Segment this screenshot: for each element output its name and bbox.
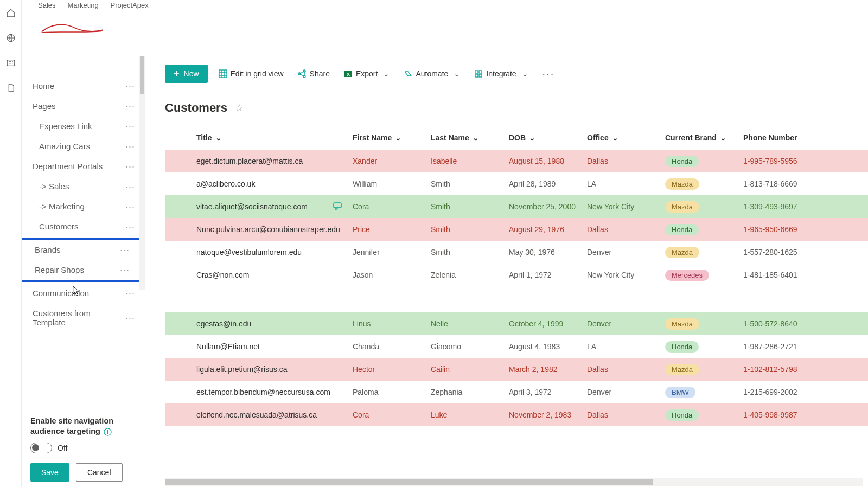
nav-scrollbar[interactable] — [139, 56, 145, 290]
nav-item-home[interactable]: Home··· — [22, 76, 145, 96]
cell-phone: 1-965-950-6669 — [743, 225, 808, 234]
plus-icon: + — [174, 68, 180, 80]
ellipsis-icon[interactable]: ··· — [125, 204, 135, 209]
cell-title: a@aclibero.co.uk — [196, 180, 353, 188]
ellipsis-icon[interactable]: ··· — [125, 224, 135, 229]
tab-marketing[interactable]: Marketing — [68, 1, 99, 9]
nav-item-department-portals[interactable]: Department Portals··· — [22, 156, 145, 176]
col-dob[interactable]: DOB⌄ — [509, 133, 587, 142]
nav-label: Amazing Cars — [39, 142, 90, 151]
ellipsis-icon[interactable]: ··· — [125, 104, 135, 109]
cell-office: Dallas — [587, 365, 665, 374]
table-row[interactable]: vitae.aliquet@sociisnatoque.comCoraSmith… — [165, 195, 868, 218]
cell-dob: March 2, 1982 — [509, 365, 587, 374]
ellipsis-icon[interactable]: ··· — [125, 291, 135, 296]
table-row[interactable]: eget.dictum.placerat@mattis.caXanderIsab… — [165, 150, 868, 172]
nav-item-dept-sales[interactable]: -> Sales··· — [22, 176, 145, 196]
ellipsis-icon[interactable]: ··· — [120, 247, 130, 253]
site-header: Sales Marketing ProjectApex — [22, 0, 868, 54]
cell-brand: Mazda — [665, 364, 743, 375]
svg-rect-13 — [479, 74, 482, 77]
svg-rect-4 — [219, 70, 227, 78]
nav-label: Communication — [33, 289, 89, 298]
nav-label: -> Marketing — [39, 202, 85, 211]
list-main: +New Edit in grid view Share X Export ⌄ … — [145, 54, 868, 487]
table-row[interactable]: Cras@non.comJasonZeleniaApril 1, 1972New… — [165, 264, 868, 286]
table-row[interactable]: ligula.elit.pretium@risus.caHectorCailin… — [165, 358, 868, 381]
files-icon[interactable] — [5, 82, 16, 93]
save-button[interactable]: Save — [30, 463, 69, 482]
more-commands-button[interactable]: ··· — [539, 68, 558, 80]
cell-office: LA — [587, 180, 665, 188]
nav-item-customers[interactable]: Customers··· — [22, 216, 145, 236]
ellipsis-icon[interactable]: ··· — [125, 84, 135, 89]
nav-item-brands[interactable]: Brands··· — [22, 240, 139, 260]
command-bar: +New Edit in grid view Share X Export ⌄ … — [145, 54, 868, 85]
horizontal-scrollbar[interactable] — [165, 478, 863, 486]
news-icon[interactable] — [5, 57, 16, 68]
nav-item-communication[interactable]: Communication··· — [22, 283, 145, 303]
nav-item-expenses[interactable]: Expenses Link··· — [22, 116, 145, 136]
automate-button[interactable]: Automate ⌄ — [400, 69, 463, 78]
col-current-brand[interactable]: Current Brand⌄ — [665, 133, 743, 142]
comment-icon[interactable] — [333, 202, 342, 212]
integrate-button[interactable]: Integrate ⌄ — [471, 69, 531, 78]
ellipsis-icon[interactable]: ··· — [125, 164, 135, 169]
nav-item-customers-from-template[interactable]: Customers from Template··· — [22, 303, 145, 332]
table-row[interactable]: natoque@vestibulumlorem.eduJenniferSmith… — [165, 241, 868, 264]
table-row[interactable]: Nullam@Etiam.netChandaGiacomoAugust 4, 1… — [165, 335, 868, 358]
svg-text:i: i — [107, 430, 108, 435]
col-title[interactable]: Title⌄ — [196, 133, 353, 142]
cell-last-name: Zephania — [431, 388, 509, 396]
nav-label: Repair Shops — [35, 265, 84, 274]
info-icon[interactable]: i — [104, 428, 112, 436]
table-row[interactable]: Nunc.pulvinar.arcu@conubianostraper.eduP… — [165, 218, 868, 241]
table-row[interactable]: a@aclibero.co.ukWilliamSmithApril 28, 19… — [165, 172, 868, 195]
share-button[interactable]: Share — [295, 69, 333, 78]
ellipsis-icon[interactable]: ··· — [125, 144, 135, 149]
cell-dob: August 29, 1976 — [509, 225, 587, 234]
ellipsis-icon[interactable]: ··· — [125, 184, 135, 189]
cell-title: Nunc.pulvinar.arcu@conubianostraper.edu — [196, 225, 353, 234]
cancel-button[interactable]: Cancel — [76, 463, 123, 482]
table-row[interactable]: est.tempor.bibendum@neccursusa.comPaloma… — [165, 381, 868, 403]
favorite-star-icon[interactable]: ☆ — [235, 102, 244, 114]
audience-targeting-toggle[interactable] — [30, 443, 52, 453]
chevron-down-icon: ⌄ — [454, 69, 460, 78]
nav-label: Customers from Template — [33, 309, 125, 327]
ellipsis-icon[interactable]: ··· — [120, 267, 130, 273]
svg-text:X: X — [347, 72, 350, 77]
nav-item-repair-shops[interactable]: Repair Shops··· — [22, 260, 139, 280]
ellipsis-icon[interactable]: ··· — [125, 315, 135, 321]
cell-first-name: Jason — [353, 271, 431, 279]
globe-icon[interactable] — [5, 33, 16, 43]
nav-item-dept-marketing[interactable]: -> Marketing··· — [22, 196, 145, 216]
cell-phone: 1-215-699-2002 — [743, 388, 808, 396]
chevron-down-icon: ⌄ — [383, 69, 390, 78]
column-headers: Title⌄ First Name⌄ Last Name⌄ DOB⌄ Offic… — [165, 126, 868, 150]
cell-title: est.tempor.bibendum@neccursusa.com — [196, 388, 353, 396]
new-button[interactable]: +New — [165, 65, 208, 83]
table-row[interactable]: egestas@in.eduLinusNelleOctober 4, 1999D… — [165, 312, 868, 335]
share-icon — [298, 69, 307, 78]
col-first-name[interactable]: First Name⌄ — [353, 133, 431, 142]
export-button[interactable]: X Export ⌄ — [341, 69, 393, 78]
nav-item-pages[interactable]: Pages··· — [22, 96, 145, 116]
site-nav-edit-panel: Home··· Pages··· Expenses Link··· Amazin… — [22, 54, 145, 487]
app-rail — [0, 0, 22, 487]
ellipsis-icon[interactable]: ··· — [125, 124, 135, 129]
edit-in-grid-button[interactable]: Edit in grid view — [215, 69, 287, 78]
col-office[interactable]: Office⌄ — [587, 133, 665, 142]
cell-first-name: Cora — [353, 202, 431, 211]
cell-office: New York City — [587, 271, 665, 279]
home-icon[interactable] — [5, 8, 16, 18]
cell-title: eleifend.nec.malesuada@atrisus.ca — [196, 411, 353, 419]
col-last-name[interactable]: Last Name⌄ — [431, 133, 509, 142]
tab-sales[interactable]: Sales — [38, 1, 56, 9]
nav-item-amazing-cars[interactable]: Amazing Cars··· — [22, 136, 145, 156]
cell-brand: Mazda — [665, 318, 743, 330]
tab-projectapex[interactable]: ProjectApex — [111, 1, 149, 9]
table-row[interactable]: eleifend.nec.malesuada@atrisus.caCoraLuk… — [165, 403, 868, 426]
col-phone[interactable]: Phone Number — [743, 133, 808, 142]
svg-rect-10 — [475, 71, 478, 73]
